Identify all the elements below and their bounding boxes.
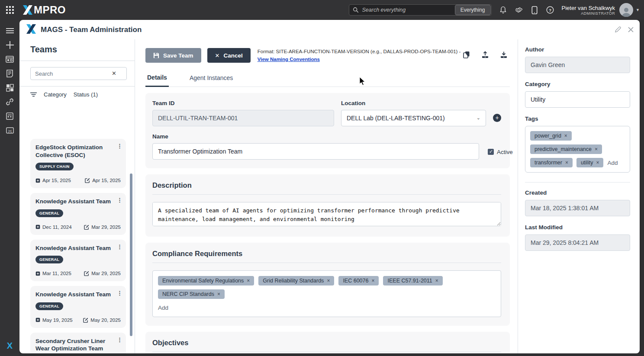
compliance-add-button[interactable]: Add xyxy=(158,305,168,311)
link-icon[interactable] xyxy=(0,95,19,109)
xmpro-logo: MPRO xyxy=(23,4,66,16)
description-textarea[interactable]: A specialized team of AI agents for opti… xyxy=(152,202,501,226)
close-icon[interactable] xyxy=(628,27,634,32)
name-field[interactable] xyxy=(152,143,479,160)
team-identity-card: Team ID Location DELL Lab (DEL-LAB-TESTI… xyxy=(145,93,510,168)
remove-tag-icon[interactable]: × xyxy=(565,160,568,165)
tags-add-button[interactable]: Add xyxy=(607,160,618,166)
team-card-menu-icon[interactable]: ⋮ xyxy=(117,143,122,149)
format-text: Format: SITE-AREA-FUNCTION-TEAM-VERSION … xyxy=(258,49,461,54)
tag-chip-label: Environmental Safety Regulations xyxy=(162,278,244,284)
logo-text: MPRO xyxy=(34,4,66,16)
remove-tag-icon[interactable]: × xyxy=(247,278,250,283)
teams-panel: Teams ✕ Category Status (1) EdgeStock Op… xyxy=(19,39,135,353)
objectives-heading: Objectives xyxy=(152,339,501,347)
user-role: ADMINISTRATOR xyxy=(562,11,615,16)
team-card[interactable]: Secondary Crusher Liner Wear Optimizatio… xyxy=(30,333,126,353)
tag-chip-label: predictive_maintenance xyxy=(535,146,592,152)
tag-chip: transformer× xyxy=(530,158,573,167)
team-card-title: Knowledge Assistant Team xyxy=(35,291,121,298)
search-scope-button[interactable]: Everything xyxy=(455,5,491,15)
last-modified-label: Last Modified xyxy=(525,224,630,231)
add-location-button[interactable]: + xyxy=(493,114,501,122)
settings-gear-icon[interactable] xyxy=(513,4,525,16)
app-grid-icon[interactable] xyxy=(0,0,20,20)
active-checkbox[interactable] xyxy=(488,149,494,155)
search-input[interactable] xyxy=(359,7,455,13)
remove-tag-icon[interactable]: × xyxy=(371,278,374,283)
remove-tag-icon[interactable]: × xyxy=(327,278,330,283)
team-card[interactable]: Knowledge Assistant Team⋮GENERALMar 11, … xyxy=(30,240,126,282)
page-title: MAGS - Team Administration xyxy=(41,26,142,34)
topbar: MPRO Everything ? Pieter van Schalkwyk A… xyxy=(0,0,644,20)
tag-chip-label: power_grid xyxy=(535,133,561,139)
team-card-menu-icon[interactable]: ⋮ xyxy=(117,290,122,296)
menu-icon[interactable] xyxy=(0,23,19,38)
calculator-icon[interactable] xyxy=(0,109,19,123)
team-card[interactable]: EdgeStock Optimization Collective (ESOC)… xyxy=(30,139,126,188)
mobile-device-icon[interactable] xyxy=(529,4,540,16)
tag-chip: utility× xyxy=(576,158,604,167)
team-card-dates: Apr 15, 2025Apr 15, 2025 xyxy=(35,178,121,183)
help-icon[interactable]: ? xyxy=(544,4,556,16)
created-date-icon xyxy=(35,271,40,276)
team-card-dates: May 19, 2025May 20, 2025 xyxy=(35,318,121,323)
filter-status[interactable]: Status (1) xyxy=(74,91,98,98)
location-select[interactable]: DELL Lab (DEL-LAB-TESTING-001) ⌄ xyxy=(341,110,486,126)
tab-agent-instances[interactable]: Agent Instances xyxy=(188,74,235,87)
team-id-field xyxy=(152,110,334,126)
remove-tag-icon[interactable]: × xyxy=(217,292,220,297)
copy-icon[interactable] xyxy=(462,51,471,59)
compliance-heading: Compliance Requirements xyxy=(152,250,501,258)
xmpro-x-glyph xyxy=(23,5,33,15)
add-icon[interactable] xyxy=(0,38,19,52)
remove-tag-icon[interactable]: × xyxy=(596,160,599,165)
last-modified-field xyxy=(525,234,630,251)
remove-tag-icon[interactable]: × xyxy=(595,147,598,152)
save-team-button[interactable]: Save Team xyxy=(145,48,201,63)
blocks-icon[interactable] xyxy=(0,80,19,95)
team-card-menu-icon[interactable]: ⋮ xyxy=(117,337,122,343)
filter-category[interactable]: Category xyxy=(44,91,67,98)
cancel-button[interactable]: ✕ Cancel xyxy=(207,48,251,63)
team-card-title: Knowledge Assistant Team xyxy=(35,198,121,205)
edit-icon[interactable] xyxy=(615,26,621,33)
remove-tag-icon[interactable]: × xyxy=(435,278,438,283)
notifications-bell-icon[interactable] xyxy=(498,4,509,16)
svg-text:?: ? xyxy=(548,8,551,13)
name-label: Name xyxy=(152,133,479,140)
category-field[interactable] xyxy=(525,91,630,108)
team-category-badge: GENERAL xyxy=(35,209,63,217)
variables-icon[interactable]: [x] xyxy=(0,123,19,138)
tag-chip: IEEE C57.91-2011× xyxy=(383,276,442,285)
filter-icon[interactable] xyxy=(30,92,37,97)
tag-chip: IEC 60076× xyxy=(338,276,379,285)
search-icon xyxy=(353,7,359,13)
avatar[interactable] xyxy=(619,3,633,17)
mags-window: MAGS - Team Administration Teams ✕ xyxy=(19,20,640,353)
user-menu[interactable]: Pieter van Schalkwyk ADMINISTRATOR ▼ xyxy=(562,3,640,17)
team-card-title: Secondary Crusher Liner Wear Optimizatio… xyxy=(35,337,121,353)
tab-details[interactable]: Details xyxy=(145,74,169,87)
clear-search-icon[interactable]: ✕ xyxy=(112,70,116,77)
remove-tag-icon[interactable]: × xyxy=(564,133,567,138)
team-card-menu-icon[interactable]: ⋮ xyxy=(117,197,122,203)
team-card[interactable]: Knowledge Assistant Team⋮GENERALDec 11, … xyxy=(30,193,126,235)
view-naming-conventions-link[interactable]: View Naming Conventions xyxy=(258,57,320,62)
compliance-tags: Environmental Safety Regulations×Grid Re… xyxy=(158,276,496,299)
cancel-x-icon: ✕ xyxy=(215,52,220,59)
download-icon[interactable] xyxy=(499,51,508,59)
apps-icon[interactable] xyxy=(0,52,19,66)
tag-chip-label: transformer xyxy=(535,160,562,166)
main-content: Save Team ✕ Cancel Format: SITE-AREA-FUN… xyxy=(135,39,518,353)
team-card-menu-icon[interactable]: ⋮ xyxy=(117,244,122,250)
scripts-icon[interactable] xyxy=(0,66,19,80)
tag-chip: Environmental Safety Regulations× xyxy=(158,276,254,285)
teams-scrollbar[interactable] xyxy=(130,173,132,336)
tag-chip: power_grid× xyxy=(530,131,572,141)
description-heading: Description xyxy=(152,181,501,189)
team-card[interactable]: Knowledge Assistant Team⋮GENERALMay 19, … xyxy=(30,286,126,328)
objectives-card: Objectives Ensure operational safety and… xyxy=(145,332,510,353)
upload-icon[interactable] xyxy=(481,51,489,59)
team-created-date: Apr 15, 2025 xyxy=(42,178,71,183)
